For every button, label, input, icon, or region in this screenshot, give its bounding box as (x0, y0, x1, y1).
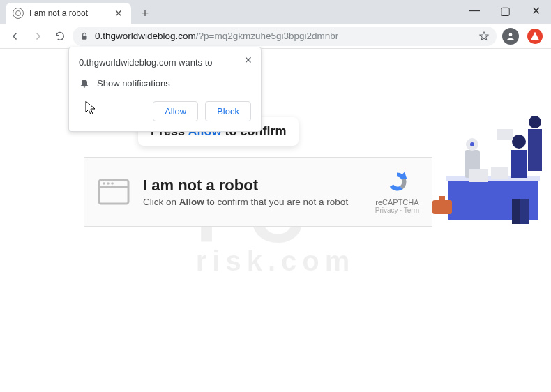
close-tab-icon[interactable]: ✕ (113, 8, 124, 19)
recaptcha-icon (385, 170, 409, 194)
page-content: ✕ 0.thgworldwideblog.com wants to Show n… (0, 49, 551, 392)
arrow-left-icon (9, 30, 22, 43)
reload-icon (54, 31, 66, 42)
window-close-button[interactable]: ✕ (520, 0, 551, 21)
lock-icon (80, 31, 89, 41)
svg-point-1 (509, 33, 513, 36)
close-icon[interactable]: ✕ (243, 54, 254, 66)
svg-point-11 (512, 135, 526, 149)
svg-rect-22 (432, 200, 452, 214)
recaptcha-sub: Privacy · Term (375, 206, 419, 214)
window-titlebar: I am not a robot ✕ + — ▢ ✕ (0, 0, 551, 24)
browser-tab[interactable]: I am not a robot ✕ (6, 3, 131, 24)
allow-button[interactable]: Allow (153, 101, 198, 121)
extension-icon[interactable] (527, 29, 543, 44)
svg-rect-17 (528, 129, 542, 171)
new-tab-button[interactable]: + (135, 3, 155, 23)
permission-capability-text: Show notifications (97, 78, 170, 89)
recaptcha-badge: reCAPTCHA Privacy · Term (375, 170, 419, 214)
svg-point-5 (107, 182, 110, 185)
svg-point-18 (529, 116, 541, 128)
reload-button[interactable] (50, 27, 70, 46)
svg-rect-19 (469, 169, 488, 182)
svg-rect-23 (439, 196, 445, 202)
svg-point-16 (470, 142, 474, 146)
back-button[interactable] (6, 27, 25, 46)
browser-toolbar: 0.thgworldwideblog.com/?p=mq2gkmzuhe5gi3… (0, 24, 551, 49)
window-maximize-button[interactable]: ▢ (490, 0, 520, 21)
tab-title: I am not a robot (29, 8, 113, 18)
url-text: 0.thgworldwideblog.com/?p=mq2gkmzuhe5gi3… (95, 31, 473, 41)
svg-rect-13 (520, 199, 529, 224)
office-illustration (427, 87, 545, 241)
globe-icon (13, 8, 24, 19)
arrow-right-icon (31, 30, 44, 43)
svg-point-4 (103, 182, 105, 185)
bookmark-star-icon[interactable] (478, 31, 490, 42)
window-controls: — ▢ ✕ (459, 0, 551, 21)
captcha-subtitle: Click on Allow to confirm that you are n… (143, 197, 348, 207)
forward-button[interactable] (28, 27, 47, 46)
person-icon (506, 31, 515, 41)
recaptcha-label: reCAPTCHA (375, 198, 419, 206)
captcha-title: I am not a robot (143, 176, 348, 195)
mouse-cursor-icon (85, 100, 98, 116)
window-icon (97, 178, 130, 206)
address-bar[interactable]: 0.thgworldwideblog.com/?p=mq2gkmzuhe5gi3… (73, 27, 497, 46)
fake-captcha-card: I am not a robot Click on Allow to confi… (84, 157, 432, 227)
window-minimize-button[interactable]: — (459, 0, 490, 21)
svg-rect-21 (497, 129, 513, 140)
captcha-text: I am not a robot Click on Allow to confi… (143, 176, 348, 207)
svg-rect-10 (511, 150, 527, 178)
permission-origin-text: 0.thgworldwideblog.com wants to (79, 57, 251, 68)
bell-icon (79, 77, 90, 89)
svg-rect-12 (512, 199, 520, 224)
notification-permission-popup: ✕ 0.thgworldwideblog.com wants to Show n… (68, 47, 262, 132)
profile-avatar[interactable] (502, 28, 519, 45)
svg-rect-20 (491, 167, 508, 179)
block-button[interactable]: Block (205, 101, 251, 121)
svg-rect-0 (82, 36, 87, 39)
svg-point-6 (111, 182, 114, 185)
